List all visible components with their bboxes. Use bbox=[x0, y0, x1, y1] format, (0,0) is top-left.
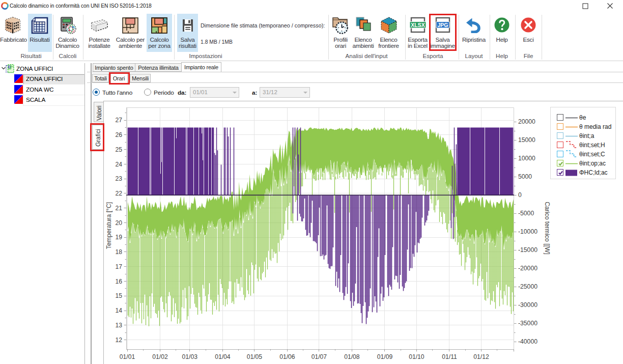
svg-text:Carico termico [[W]: Carico termico [[W] bbox=[544, 202, 551, 255]
svg-text:01/07: 01/07 bbox=[312, 353, 327, 360]
svg-text:01/11: 01/11 bbox=[442, 353, 457, 360]
svg-text:18: 18 bbox=[115, 248, 122, 256]
svg-text:-10000: -10000 bbox=[518, 228, 537, 235]
svg-text:01/01: 01/01 bbox=[120, 353, 135, 360]
svg-text:01/08: 01/08 bbox=[344, 353, 360, 360]
svg-text:25: 25 bbox=[115, 146, 122, 153]
svg-text:-40000: -40000 bbox=[518, 338, 537, 345]
svg-text:26: 26 bbox=[115, 131, 122, 138]
svg-text:22: 22 bbox=[115, 190, 122, 197]
svg-text:12: 12 bbox=[115, 337, 122, 344]
svg-text:01/02: 01/02 bbox=[152, 353, 168, 360]
svg-text:5000: 5000 bbox=[518, 173, 532, 180]
svg-text:01/05: 01/05 bbox=[247, 353, 263, 360]
svg-text:-5000: -5000 bbox=[518, 210, 534, 217]
svg-text:16: 16 bbox=[115, 278, 122, 285]
svg-text:-25000: -25000 bbox=[518, 283, 537, 290]
svg-text:15: 15 bbox=[115, 292, 122, 299]
svg-text:-15000: -15000 bbox=[518, 246, 537, 254]
svg-text:24: 24 bbox=[115, 161, 122, 168]
svg-text:13: 13 bbox=[115, 322, 122, 329]
svg-text:10000: 10000 bbox=[518, 155, 535, 162]
svg-text:-20000: -20000 bbox=[518, 265, 537, 272]
svg-text:01/03: 01/03 bbox=[182, 353, 198, 360]
svg-text:01/09: 01/09 bbox=[377, 353, 393, 360]
svg-text:19: 19 bbox=[115, 234, 122, 241]
svg-text:14: 14 bbox=[115, 307, 122, 314]
svg-text:-30000: -30000 bbox=[518, 301, 537, 309]
svg-text:27: 27 bbox=[115, 117, 122, 124]
svg-text:23: 23 bbox=[115, 175, 122, 182]
svg-text:20: 20 bbox=[115, 219, 122, 227]
svg-text:01/04: 01/04 bbox=[215, 353, 231, 360]
svg-text:Temperatura [°C]: Temperatura [°C] bbox=[105, 202, 112, 249]
svg-text:01/06: 01/06 bbox=[279, 353, 295, 360]
svg-text:01/10: 01/10 bbox=[409, 353, 424, 360]
svg-text:15000: 15000 bbox=[518, 136, 535, 144]
svg-text:-35000: -35000 bbox=[518, 320, 537, 327]
svg-text:01/12: 01/12 bbox=[473, 353, 489, 360]
svg-text:17: 17 bbox=[115, 263, 122, 270]
svg-text:20000: 20000 bbox=[518, 118, 535, 125]
svg-text:21: 21 bbox=[115, 205, 122, 212]
svg-text:0: 0 bbox=[518, 191, 522, 199]
